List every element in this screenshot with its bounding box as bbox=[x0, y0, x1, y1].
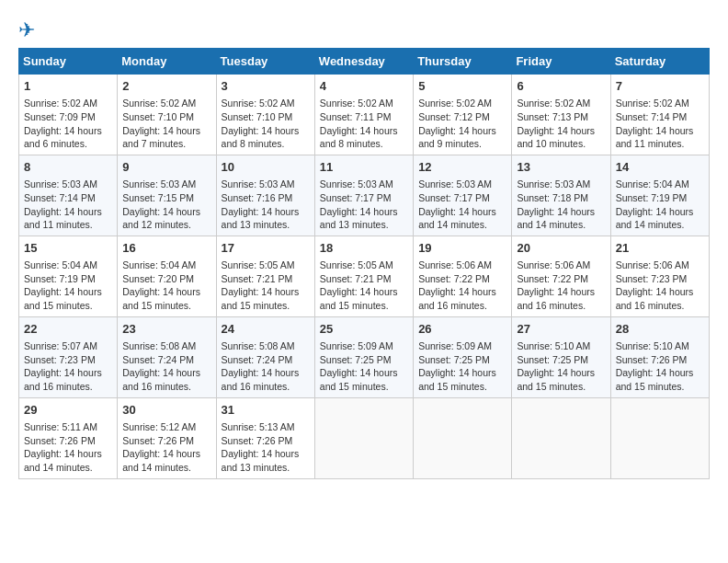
calendar-day-cell: 22Sunrise: 5:07 AMSunset: 7:23 PMDayligh… bbox=[19, 316, 118, 397]
day-info-line: Sunset: 7:25 PM bbox=[517, 353, 605, 367]
day-info-line: Sunset: 7:17 PM bbox=[320, 191, 408, 205]
calendar-day-cell bbox=[512, 397, 610, 478]
calendar-day-cell: 23Sunrise: 5:08 AMSunset: 7:24 PMDayligh… bbox=[118, 316, 216, 397]
day-info-line: Daylight: 14 hours bbox=[222, 447, 310, 461]
day-info-line: and 15 minutes. bbox=[24, 299, 112, 313]
day-number: 1 bbox=[24, 78, 112, 95]
day-info-line: Sunset: 7:22 PM bbox=[418, 272, 506, 286]
day-info-line: Sunset: 7:23 PM bbox=[24, 353, 112, 367]
day-info-line: Daylight: 14 hours bbox=[122, 447, 210, 461]
day-info-line: Daylight: 14 hours bbox=[222, 205, 310, 219]
day-info-line: Daylight: 14 hours bbox=[320, 285, 408, 299]
day-info-line: and 14 minutes. bbox=[616, 218, 704, 232]
day-number: 14 bbox=[616, 159, 704, 176]
day-info-line: and 13 minutes. bbox=[222, 218, 310, 232]
day-info-line: Daylight: 14 hours bbox=[122, 285, 210, 299]
day-info-line: Daylight: 14 hours bbox=[24, 205, 112, 219]
calendar-day-cell: 3Sunrise: 5:02 AMSunset: 7:10 PMDaylight… bbox=[216, 75, 314, 155]
calendar-day-cell: 31Sunrise: 5:13 AMSunset: 7:26 PMDayligh… bbox=[216, 397, 314, 478]
day-info-line: Daylight: 14 hours bbox=[222, 366, 310, 380]
day-info-line: Sunset: 7:15 PM bbox=[122, 191, 210, 205]
day-info-line: Sunrise: 5:02 AM bbox=[24, 97, 112, 110]
day-info-line: and 16 minutes. bbox=[222, 380, 310, 394]
day-info-line: and 7 minutes. bbox=[122, 137, 210, 151]
calendar-header-row: SundayMondayTuesdayWednesdayThursdayFrid… bbox=[19, 49, 710, 75]
day-number: 4 bbox=[320, 78, 408, 95]
day-number: 6 bbox=[517, 78, 605, 95]
day-info-line: Daylight: 14 hours bbox=[24, 285, 112, 299]
day-number: 18 bbox=[320, 240, 408, 257]
day-info-line: Daylight: 14 hours bbox=[122, 366, 210, 380]
day-info-line: Sunrise: 5:02 AM bbox=[320, 97, 408, 110]
calendar-day-cell: 7Sunrise: 5:02 AMSunset: 7:14 PMDaylight… bbox=[610, 75, 709, 155]
day-info-line: Sunrise: 5:09 AM bbox=[320, 339, 408, 353]
day-info-line: and 9 minutes. bbox=[418, 137, 506, 151]
day-info-line: Daylight: 14 hours bbox=[616, 366, 704, 380]
day-number: 7 bbox=[616, 78, 704, 95]
day-info-line: and 11 minutes. bbox=[616, 137, 704, 151]
logo: ✈ bbox=[18, 18, 35, 42]
day-info-line: Sunset: 7:13 PM bbox=[517, 110, 605, 124]
day-info-line: Daylight: 14 hours bbox=[517, 366, 605, 380]
day-info-line: Sunrise: 5:05 AM bbox=[320, 259, 408, 272]
day-info-line: Sunrise: 5:02 AM bbox=[222, 97, 310, 110]
calendar-day-cell: 24Sunrise: 5:08 AMSunset: 7:24 PMDayligh… bbox=[216, 316, 314, 397]
calendar-day-cell: 13Sunrise: 5:03 AMSunset: 7:18 PMDayligh… bbox=[512, 155, 610, 236]
day-number: 22 bbox=[24, 321, 112, 338]
day-info-line: and 16 minutes. bbox=[517, 299, 605, 313]
day-info-line: Daylight: 14 hours bbox=[616, 124, 704, 138]
day-info-line: Sunrise: 5:02 AM bbox=[517, 97, 605, 110]
day-info-line: Daylight: 14 hours bbox=[418, 285, 506, 299]
day-info-line: Sunrise: 5:13 AM bbox=[222, 420, 310, 434]
day-number: 20 bbox=[517, 240, 605, 257]
day-info-line: Sunset: 7:10 PM bbox=[222, 110, 310, 124]
day-number: 16 bbox=[122, 240, 210, 257]
day-info-line: Sunset: 7:11 PM bbox=[320, 110, 408, 124]
day-info-line: Daylight: 14 hours bbox=[616, 205, 704, 219]
day-info-line: Sunrise: 5:02 AM bbox=[418, 97, 506, 110]
calendar-day-cell bbox=[610, 397, 709, 478]
day-info-line: Sunrise: 5:03 AM bbox=[418, 178, 506, 191]
calendar-day-header: Friday bbox=[512, 49, 610, 75]
day-info-line: Daylight: 14 hours bbox=[320, 205, 408, 219]
day-info-line: Sunset: 7:26 PM bbox=[24, 434, 112, 448]
day-info-line: and 12 minutes. bbox=[122, 218, 210, 232]
calendar-day-cell: 1Sunrise: 5:02 AMSunset: 7:09 PMDaylight… bbox=[19, 75, 118, 155]
day-info-line: Sunset: 7:17 PM bbox=[418, 191, 506, 205]
day-info-line: and 15 minutes. bbox=[517, 380, 605, 394]
day-info-line: Sunrise: 5:10 AM bbox=[517, 339, 605, 353]
day-number: 21 bbox=[616, 240, 704, 257]
day-info-line: Sunrise: 5:11 AM bbox=[24, 420, 112, 434]
day-info-line: Sunrise: 5:04 AM bbox=[122, 259, 210, 272]
calendar-table: SundayMondayTuesdayWednesdayThursdayFrid… bbox=[18, 48, 710, 479]
calendar-day-cell: 10Sunrise: 5:03 AMSunset: 7:16 PMDayligh… bbox=[216, 155, 314, 236]
calendar-week-row: 15Sunrise: 5:04 AMSunset: 7:19 PMDayligh… bbox=[19, 236, 710, 316]
day-info-line: Sunrise: 5:02 AM bbox=[122, 97, 210, 110]
calendar-day-header: Monday bbox=[118, 49, 216, 75]
day-info-line: Daylight: 14 hours bbox=[517, 124, 605, 138]
calendar-day-cell bbox=[314, 397, 413, 478]
day-number: 11 bbox=[320, 159, 408, 176]
day-info-line: Daylight: 14 hours bbox=[320, 124, 408, 138]
day-number: 27 bbox=[517, 321, 605, 338]
day-number: 3 bbox=[222, 78, 310, 95]
day-info-line: Sunset: 7:10 PM bbox=[122, 110, 210, 124]
day-info-line: and 15 minutes. bbox=[122, 299, 210, 313]
day-info-line: Sunset: 7:16 PM bbox=[222, 191, 310, 205]
day-info-line: Sunset: 7:25 PM bbox=[320, 353, 408, 367]
day-info-line: Sunrise: 5:08 AM bbox=[222, 339, 310, 353]
day-info-line: and 13 minutes. bbox=[222, 461, 310, 475]
calendar-day-cell: 6Sunrise: 5:02 AMSunset: 7:13 PMDaylight… bbox=[512, 75, 610, 155]
header: ✈ bbox=[18, 18, 710, 42]
day-info-line: Sunrise: 5:06 AM bbox=[418, 259, 506, 272]
day-info-line: Sunrise: 5:10 AM bbox=[616, 339, 704, 353]
day-number: 19 bbox=[418, 240, 506, 257]
day-info-line: Sunset: 7:26 PM bbox=[222, 434, 310, 448]
calendar-day-cell: 27Sunrise: 5:10 AMSunset: 7:25 PMDayligh… bbox=[512, 316, 610, 397]
day-info-line: and 14 minutes. bbox=[24, 461, 112, 475]
day-info-line: Daylight: 14 hours bbox=[24, 366, 112, 380]
day-info-line: Sunrise: 5:03 AM bbox=[122, 178, 210, 191]
day-info-line: Daylight: 14 hours bbox=[24, 124, 112, 138]
day-info-line: Sunset: 7:12 PM bbox=[418, 110, 506, 124]
calendar-day-cell: 8Sunrise: 5:03 AMSunset: 7:14 PMDaylight… bbox=[19, 155, 118, 236]
